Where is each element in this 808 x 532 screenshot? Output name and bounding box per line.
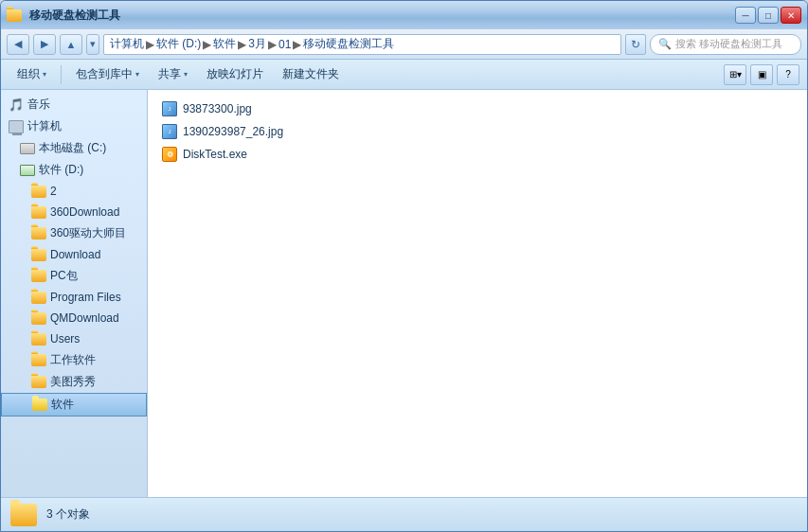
sidebar-item-meitu[interactable]: 美图秀秀	[1, 371, 147, 393]
folder-meitu-icon	[31, 375, 46, 390]
sidebar-item-folder-2-label: 2	[50, 185, 57, 198]
maximize-button[interactable]: □	[758, 7, 779, 24]
forward-button[interactable]: ▶	[33, 34, 56, 55]
main-content: 🎵 音乐 计算机 本地磁盘 (C:)	[1, 90, 807, 497]
toolbar: 组织 ▾ 包含到库中 ▾ 共享 ▾ 放映幻灯片 新建文件夹 ⊞▾ ▣ ?	[1, 60, 807, 90]
sidebar-item-folder-2[interactable]: 2	[1, 181, 147, 202]
file-item-exe[interactable]: ⚙ DiskTest.exe	[155, 143, 799, 166]
address-bar: ◀ ▶ ▲ ▾ 计算机 ▶ 软件 (D:) ▶ 软件 ▶ 3月 ▶ 01 ▶ 移…	[1, 29, 807, 60]
close-button[interactable]: ✕	[781, 7, 801, 24]
sidebar-item-programfiles-label: Program Files	[50, 291, 121, 304]
organize-button[interactable]: 组织 ▾	[9, 63, 55, 86]
status-count: 3 个对象	[46, 506, 90, 523]
preview-pane-button[interactable]: ▣	[750, 64, 773, 85]
sidebar-item-drive-c[interactable]: 本地磁盘 (C:)	[1, 137, 147, 159]
breadcrumb-computer[interactable]: 计算机	[110, 36, 144, 52]
search-box[interactable]: 🔍 搜索 移动硬盘检测工具	[650, 34, 801, 55]
folder-work-icon	[31, 353, 46, 368]
file-item-jpg1[interactable]: J 93873300.jpg	[155, 98, 799, 120]
sidebar-item-drive-c-label: 本地磁盘 (C:)	[39, 140, 106, 156]
sidebar-item-qmdl[interactable]: QMDownload	[1, 308, 147, 328]
folder-users-icon	[31, 331, 46, 346]
status-bar: 3 个对象	[1, 497, 807, 531]
sidebar-item-pc[interactable]: PC包	[1, 265, 147, 287]
folder-360dl-icon	[31, 204, 46, 220]
include-library-chevron: ▾	[135, 70, 139, 79]
folder-pc-icon	[31, 269, 46, 284]
breadcrumb-month[interactable]: 3月	[248, 36, 266, 52]
recent-button[interactable]: ▾	[86, 34, 99, 55]
sidebar-item-download-label: Download	[50, 248, 100, 261]
organize-chevron: ▾	[43, 70, 46, 79]
share-label: 共享	[158, 66, 181, 82]
folder-software-icon	[32, 398, 47, 413]
view-options-button[interactable]: ⊞▾	[724, 64, 746, 85]
jpg1-icon: J	[162, 101, 177, 116]
sidebar-item-work[interactable]: 工作软件	[1, 349, 147, 371]
sidebar-item-music[interactable]: 🎵 音乐	[1, 94, 147, 115]
computer-icon	[9, 119, 24, 134]
search-placeholder: 搜索 移动硬盘检测工具	[675, 37, 782, 51]
file-item-jpg2[interactable]: J 1390293987_26.jpg	[155, 120, 799, 143]
slideshow-button[interactable]: 放映幻灯片	[198, 63, 272, 86]
help-button[interactable]: ?	[777, 64, 799, 85]
toolbar-right: ⊞▾ ▣ ?	[724, 64, 799, 85]
sidebar-item-computer-label: 计算机	[27, 118, 62, 134]
toolbar-sep-1	[61, 65, 62, 84]
drive-c-icon	[20, 141, 35, 156]
sidebar-item-360download-label: 360Download	[50, 205, 119, 219]
sidebar-item-music-label: 音乐	[27, 97, 50, 113]
sidebar-item-computer[interactable]: 计算机	[1, 115, 147, 137]
file-exe-name: DiskTest.exe	[183, 148, 247, 161]
jpg2-icon: J	[162, 124, 177, 139]
sidebar-item-work-label: 工作软件	[50, 352, 96, 368]
music-icon: 🎵	[9, 98, 24, 113]
folder-download-icon	[31, 247, 46, 262]
window: 移动硬盘检测工具 ─ □ ✕ ◀ ▶ ▲ ▾ 计算机 ▶ 软件 (D:) ▶ 软…	[0, 0, 808, 532]
share-chevron: ▾	[184, 70, 188, 79]
sidebar-item-users[interactable]: Users	[1, 328, 147, 349]
up-button[interactable]: ▲	[60, 34, 82, 55]
sidebar-item-pc-label: PC包	[50, 268, 78, 284]
sidebar-item-qmdl-label: QMDownload	[50, 311, 119, 325]
sidebar-item-programfiles[interactable]: Program Files	[1, 287, 147, 308]
folder-qmdl-icon	[31, 310, 46, 326]
sidebar-item-software-label: 软件	[51, 397, 74, 413]
breadcrumb-software[interactable]: 软件	[213, 36, 236, 52]
sidebar-item-software[interactable]: 软件	[1, 393, 147, 417]
title-bar-left: 移动硬盘检测工具	[7, 8, 120, 24]
file-area: J 93873300.jpg J 1390293987_26.jpg ⚙ Dis…	[148, 90, 807, 497]
include-library-button[interactable]: 包含到库中 ▾	[67, 63, 148, 86]
file-jpg2-name: 1390293987_26.jpg	[183, 125, 283, 138]
title-bar-text: 移动硬盘检测工具	[29, 8, 120, 24]
slideshow-label: 放映幻灯片	[206, 66, 263, 82]
breadcrumb-tool[interactable]: 移动硬盘检测工具	[303, 36, 394, 52]
folder-programfiles-icon	[31, 290, 46, 305]
sidebar-item-drive-d[interactable]: 软件 (D:)	[1, 159, 147, 181]
share-button[interactable]: 共享 ▾	[150, 63, 196, 86]
new-folder-label: 新建文件夹	[282, 66, 339, 82]
file-jpg1-name: 93873300.jpg	[183, 102, 252, 115]
back-button[interactable]: ◀	[7, 34, 29, 55]
sidebar-item-meitu-label: 美图秀秀	[50, 374, 96, 390]
refresh-button[interactable]: ↻	[625, 34, 646, 55]
folder-2-icon	[31, 184, 46, 199]
breadcrumb-day[interactable]: 01	[278, 38, 291, 51]
new-folder-button[interactable]: 新建文件夹	[274, 63, 348, 86]
exe-icon: ⚙	[162, 147, 177, 162]
address-path[interactable]: 计算机 ▶ 软件 (D:) ▶ 软件 ▶ 3月 ▶ 01 ▶ 移动硬盘检测工具	[103, 34, 621, 55]
sidebar-item-users-label: Users	[50, 332, 80, 346]
sidebar-item-drive-d-label: 软件 (D:)	[39, 162, 83, 178]
sidebar-item-download[interactable]: Download	[1, 244, 147, 265]
title-bar: 移动硬盘检测工具 ─ □ ✕	[1, 1, 807, 29]
folder-360drive-icon	[31, 226, 46, 241]
sidebar-item-360drive[interactable]: 360驱动大师目	[1, 222, 147, 244]
organize-label: 组织	[17, 66, 40, 82]
drive-d-icon	[20, 163, 35, 178]
status-folder-icon	[10, 504, 37, 526]
title-bar-icon	[7, 8, 22, 23]
breadcrumb-drive[interactable]: 软件 (D:)	[156, 36, 201, 52]
include-library-label: 包含到库中	[76, 66, 133, 82]
minimize-button[interactable]: ─	[735, 7, 756, 24]
sidebar-item-360download[interactable]: 360Download	[1, 202, 147, 222]
